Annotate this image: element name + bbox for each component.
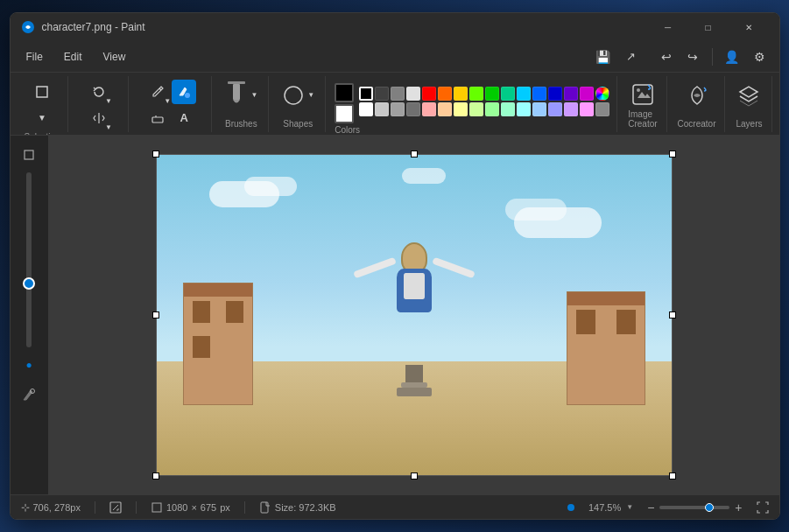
- image-buttons: ▼ ▼ ▼: [77, 80, 122, 136]
- toolbar-group-shapes: ▼ Shapes: [271, 76, 326, 132]
- color-black[interactable]: [359, 87, 373, 101]
- menu-edit[interactable]: Edit: [55, 47, 91, 66]
- color-light-blue[interactable]: [532, 102, 546, 116]
- pencil-button[interactable]: ▼: [145, 80, 170, 104]
- menu-view[interactable]: View: [95, 47, 135, 66]
- zoom-slider-area: − +: [647, 500, 742, 514]
- selection-handle-bl[interactable]: [152, 472, 159, 480]
- zoom-in-button[interactable]: +: [735, 500, 742, 514]
- color-lavender[interactable]: [564, 102, 578, 116]
- color-purple[interactable]: [564, 87, 578, 101]
- selection-handle-ml[interactable]: [152, 312, 159, 318]
- toolbar-group-cocreator[interactable]: Cocreator: [669, 76, 726, 132]
- file-size-text: Size: 972.3KB: [275, 502, 336, 513]
- color-rainbow[interactable]: [595, 87, 609, 101]
- history-controls: ↩ ↪: [654, 45, 705, 69]
- flip-button[interactable]: ▼: [87, 106, 111, 130]
- selection-handle-mr[interactable]: [669, 312, 676, 318]
- paint-window: character7.png - Paint ─ □ ✕ File Edit V…: [10, 12, 780, 520]
- color-blue[interactable]: [532, 87, 546, 101]
- color-magenta[interactable]: [580, 87, 594, 101]
- selection-handle-tr[interactable]: [669, 150, 676, 158]
- color-silver2[interactable]: [391, 102, 405, 116]
- left-panel: ●: [11, 136, 49, 494]
- close-button[interactable]: ✕: [729, 13, 769, 41]
- color-peach[interactable]: [438, 102, 452, 116]
- color-yellow-green[interactable]: [469, 87, 483, 101]
- color-silver3[interactable]: [406, 102, 420, 116]
- rotate-button[interactable]: ▼: [87, 80, 111, 104]
- color-orange[interactable]: [438, 87, 452, 101]
- color-teal-green[interactable]: [501, 87, 515, 101]
- selection-chevron-button[interactable]: ▼: [30, 106, 54, 130]
- minimize-button[interactable]: ─: [648, 13, 688, 41]
- window-controls: ─ □ ✕: [648, 13, 769, 41]
- resize-icon-btn[interactable]: [109, 501, 122, 514]
- save-button[interactable]: 💾: [591, 45, 616, 69]
- fill-button[interactable]: [172, 80, 196, 104]
- canvas-area[interactable]: [49, 136, 779, 494]
- toolbar-group-layers[interactable]: Layers: [727, 76, 771, 132]
- canvas-image[interactable]: [156, 154, 673, 476]
- background-color[interactable]: [335, 104, 354, 123]
- brushes-label: Brushes: [225, 119, 257, 129]
- svg-rect-17: [261, 502, 268, 513]
- color-light-green2[interactable]: [485, 102, 499, 116]
- svg-rect-5: [152, 117, 163, 122]
- text-icon: A: [180, 111, 188, 124]
- color-yellow[interactable]: [454, 87, 468, 101]
- color-gray[interactable]: [391, 87, 405, 101]
- toolbar-group-tools: ▼ A: [130, 76, 212, 132]
- color-darkgray[interactable]: [375, 87, 389, 101]
- color-silver1[interactable]: [375, 102, 389, 116]
- color-mid-gray[interactable]: [595, 102, 609, 116]
- shapes-label: Shapes: [283, 119, 313, 129]
- svg-rect-13: [25, 150, 33, 159]
- fullscreen-btn[interactable]: [757, 501, 769, 514]
- text-button[interactable]: A: [172, 106, 196, 130]
- color-cyan[interactable]: [517, 87, 531, 101]
- selection-handle-br[interactable]: [669, 472, 676, 480]
- zoom-level[interactable]: 147.5% ▼: [588, 502, 633, 513]
- color-row-2: [359, 102, 609, 116]
- color-light-cyan[interactable]: [517, 102, 531, 116]
- color-periwinkle[interactable]: [548, 102, 562, 116]
- selection-handle-tl[interactable]: [152, 150, 159, 158]
- opacity-slider-track[interactable]: [26, 172, 32, 347]
- brushes-content: ▼: [224, 80, 257, 111]
- brush-preview-btn[interactable]: [15, 382, 43, 407]
- menu-file[interactable]: File: [18, 47, 52, 66]
- building-left: [183, 283, 253, 405]
- color-light-green1[interactable]: [469, 102, 483, 116]
- color-pink[interactable]: [422, 102, 436, 116]
- selection-rect-button[interactable]: [30, 80, 54, 104]
- file-size: Size: 972.3KB: [259, 501, 336, 514]
- color-light-yellow[interactable]: [454, 102, 468, 116]
- opacity-slider-thumb[interactable]: [23, 277, 35, 290]
- settings-button[interactable]: ⚙: [748, 45, 772, 69]
- color-light-magenta[interactable]: [580, 102, 594, 116]
- selection-handle-tc[interactable]: [411, 150, 418, 158]
- height-text: 675: [201, 502, 216, 513]
- zoom-thumb[interactable]: [705, 503, 714, 512]
- color-lightgray[interactable]: [406, 87, 420, 101]
- color-dark-blue[interactable]: [548, 87, 562, 101]
- share-button[interactable]: ↗: [619, 45, 644, 69]
- selection-handle-bc[interactable]: [411, 472, 418, 480]
- foreground-color[interactable]: [335, 83, 354, 102]
- color-green[interactable]: [485, 87, 499, 101]
- eraser-button[interactable]: [145, 106, 170, 130]
- color-white[interactable]: [359, 102, 373, 116]
- opacity-value-btn[interactable]: ●: [15, 353, 43, 377]
- undo-button[interactable]: ↩: [654, 45, 679, 69]
- toolbar-group-selection: ▼ Selection: [18, 76, 68, 132]
- color-red[interactable]: [422, 87, 436, 101]
- profile-button[interactable]: 👤: [720, 45, 744, 69]
- redo-button[interactable]: ↪: [680, 45, 705, 69]
- zoom-track[interactable]: [659, 506, 729, 509]
- zoom-out-button[interactable]: −: [647, 500, 654, 514]
- toolbar-group-image-creator[interactable]: Image Creator: [619, 76, 666, 132]
- maximize-button[interactable]: □: [688, 13, 729, 41]
- left-panel-top-btn[interactable]: [15, 143, 43, 167]
- color-mint[interactable]: [501, 102, 515, 116]
